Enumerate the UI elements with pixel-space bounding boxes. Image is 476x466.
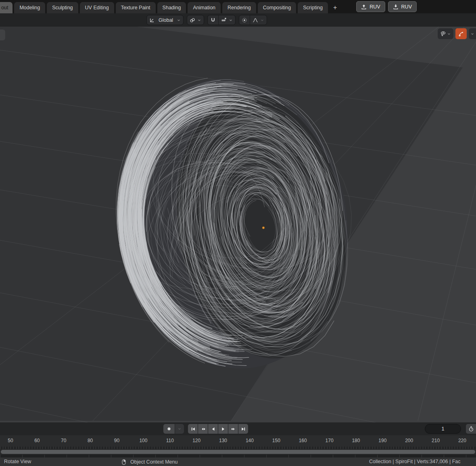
workspace-tab-uv-editing[interactable]: UV Editing [80,2,114,13]
ruler-frame-label: 160 [299,438,307,443]
proportional-dot-icon [242,17,247,23]
ruler-frame-label: 190 [378,438,386,443]
ruler-frame-label: 120 [192,438,200,443]
auto-keying-group [163,424,184,434]
proportional-falloff-dropdown[interactable] [250,15,267,25]
falloff-curve-icon [253,17,258,23]
timeline-scrollbar-thumb[interactable] [1,450,475,454]
transform-orientation-dropdown[interactable]: Global [146,15,184,25]
workspace-tab-scripting[interactable]: Scripting [298,2,328,13]
object-origin-dot [262,227,265,229]
transform-pivot-dropdown[interactable] [187,15,204,25]
mouse-right-click-icon [121,459,127,465]
ruler-frame-label: 180 [352,438,360,443]
chevron-down-icon [229,18,233,22]
jump-to-next-keyframe-button[interactable] [228,424,238,434]
axes-icon [149,17,155,23]
topbar-action-ruv-1[interactable]: RUV [388,1,417,12]
jump-to-start-button[interactable] [188,424,198,434]
jump-to-end-button[interactable] [238,424,248,434]
viewport-canvas[interactable] [0,27,476,422]
link-icon [190,17,195,23]
ruler-frame-label: 210 [432,438,440,443]
chevron-down-icon [470,32,474,36]
chevron-down-icon [177,427,182,431]
transport-buttons [188,424,248,434]
snap-target-dropdown[interactable] [218,15,235,25]
jump-to-prev-keyframe-button[interactable] [198,424,208,434]
chevron-down-icon [447,32,451,36]
ruler-frame-label: 110 [166,438,174,443]
chevron-down-icon [260,18,264,22]
action-label: RUV [401,4,412,10]
play-reverse-button[interactable] [208,424,218,434]
chevron-down-icon [177,18,181,22]
gizmos-toggle-button[interactable] [455,28,467,39]
current-frame-field[interactable]: 1 [425,424,461,434]
topbar: out ModelingSculptingUV EditingTexture P… [0,0,476,13]
ruler-frame-label: 140 [246,438,254,443]
ruler-frame-label: 200 [405,438,413,443]
workspace-tab-texture-paint[interactable]: Texture Paint [116,2,156,13]
blender-window: out ModelingSculptingUV EditingTexture P… [0,0,476,466]
workspace-tab-animation[interactable]: Animation [188,2,221,13]
record-icon [166,426,172,432]
playback-options-button[interactable] [466,424,476,434]
add-workspace-button[interactable]: + [330,2,340,13]
upload-icon [361,4,367,10]
ruler-frame-label: 80 [88,438,93,443]
ruler-frame-label: 130 [219,438,227,443]
magnet-icon [210,17,216,23]
eye-pointer-icon [440,31,446,37]
viewport-overlay-buttons [438,28,476,39]
object-visibility-dropdown[interactable] [438,28,453,39]
play-reverse-icon [211,426,216,432]
gizmos-dropdown[interactable] [469,28,476,39]
chevron-down-icon [197,18,201,22]
ruler-frame-label: 220 [458,438,466,443]
status-keymap-left: Rotate View [4,459,31,464]
timeline-ruler[interactable]: 5060708090100110120130140150160170180190… [0,435,476,447]
status-bar: Rotate View Object Context Menu Collecti… [0,458,476,466]
workspace-tab-shading[interactable]: Shading [157,2,186,13]
ruler-frame-label: 50 [8,438,13,443]
orientation-label: Global [157,17,175,23]
proportional-editing-toggle[interactable] [239,15,250,25]
play-forward-icon [221,426,226,432]
action-label: RUV [370,4,380,10]
workspace-tab-sculpting[interactable]: Sculpting [47,2,78,13]
timeline-bottom-strip [0,455,476,458]
topbar-action-ruv-0[interactable]: RUV [356,1,385,12]
workspace-tab-rendering[interactable]: Rendering [222,2,256,13]
proportional-editing-group [239,15,267,25]
stopwatch-icon [468,426,474,432]
workspace-tab-modeling[interactable]: Modeling [14,2,45,13]
jump-to-prev-keyframe-icon [200,426,206,432]
ruler-frame-label: 100 [139,438,147,443]
snapping-group [207,15,236,25]
download-icon [393,4,399,10]
viewport-3d[interactable] [0,27,476,422]
workspace-tab-layout-partial[interactable]: out [0,2,13,13]
playback-controls [163,424,248,434]
snap-increment-icon [221,17,227,23]
ruler-frame-label: 170 [326,438,334,443]
gizmo-icon [458,31,464,37]
ruler-frame-label: 70 [61,438,66,443]
ruler-frame-label: 90 [114,438,119,443]
timeline-header: 1 [0,422,476,435]
timeline-scrollbar [0,449,476,455]
workspace-tab-compositing[interactable]: Compositing [258,2,296,13]
viewport-header-controls: Global [146,15,267,25]
status-context-label: Object Context Menu [130,459,177,465]
play-forward-button[interactable] [218,424,228,434]
auto-keying-toggle[interactable] [163,424,175,434]
ruler-frame-label: 150 [272,438,280,443]
jump-to-next-keyframe-icon [231,426,236,432]
toolbar-collapsed-handle[interactable] [0,29,5,40]
snap-toggle-button[interactable] [208,15,218,25]
jump-to-start-icon [190,426,196,432]
auto-keying-options-dropdown[interactable] [175,424,184,434]
topbar-actions: RUVRUV [356,1,417,12]
status-context-menu-hint: Object Context Menu [121,458,177,466]
